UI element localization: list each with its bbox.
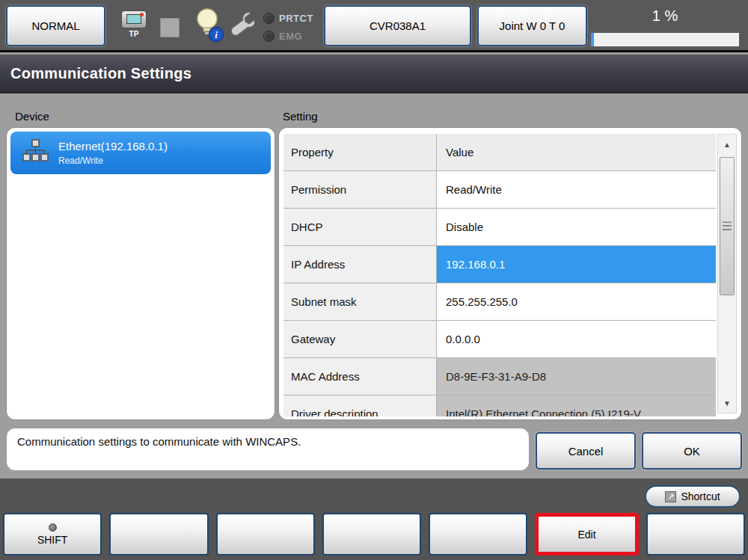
function-key-blank[interactable] [216, 513, 315, 556]
function-key-blank[interactable] [646, 513, 745, 556]
table-cell-property[interactable]: MAC Address [283, 358, 437, 395]
prtct-led-label: PRTCT [279, 13, 313, 24]
device-section-label: Device [15, 110, 49, 123]
device-list-item-ethernet[interactable]: Ethernet(192.168.0.1) Read/Write [10, 132, 271, 174]
table-body: Permission Read/Write DHCP Disable IP Ad… [283, 171, 716, 416]
table-cell-property[interactable]: IP Address [283, 246, 437, 283]
table-cell-value[interactable]: 0.0.0.0 [437, 321, 716, 357]
page-title: Communication Settings [0, 55, 748, 93]
shortcut-arrow-icon: ↗ [665, 491, 676, 502]
teach-pendant-status: TP [118, 10, 150, 38]
shift-led-icon [49, 523, 57, 532]
table-cell-value[interactable]: D8-9E-F3-31-A9-D8 [437, 358, 716, 395]
table-row[interactable]: Gateway 0.0.0.0 [283, 321, 716, 358]
setting-section-label: Setting [283, 110, 318, 123]
emg-led-label: EMG [279, 31, 302, 42]
robot-select-button[interactable]: CVR038A1 [324, 5, 471, 46]
table-cell-property[interactable]: Driver description [283, 396, 437, 416]
setting-table-scrollbar[interactable]: ▲ ▼ [717, 134, 737, 413]
cancel-button[interactable]: Cancel [536, 432, 636, 470]
table-row[interactable]: DHCP Disable [283, 209, 716, 246]
bottom-function-bar: ↗ Shortcut SHIFT Edit [0, 479, 748, 560]
setting-table-panel: Property Value Permission Read/Write DHC… [278, 127, 742, 420]
table-cell-value[interactable]: Read/Write [437, 171, 716, 208]
device-list-panel: Ethernet(192.168.0.1) Read/Write [6, 127, 275, 420]
setting-table: Property Value Permission Read/Write DHC… [283, 134, 716, 416]
shortcut-button[interactable]: ↗ Shortcut [645, 485, 741, 508]
svg-text:i: i [215, 29, 218, 40]
table-cell-value[interactable]: Disable [437, 209, 716, 245]
prtct-led-icon [263, 13, 275, 24]
function-key-blank[interactable] [322, 513, 421, 556]
coordinate-mode-button[interactable]: Joint W 0 T 0 [477, 5, 587, 46]
table-header-row: Property Value [283, 134, 716, 171]
device-name: Ethernet(192.168.0.1) [58, 140, 168, 153]
teach-pendant-icon [121, 10, 147, 28]
tp-label: TP [118, 30, 150, 38]
function-key-label: Edit [577, 529, 595, 541]
ok-button[interactable]: OK [642, 432, 742, 470]
table-cell-property[interactable]: Subnet mask [283, 283, 437, 320]
device-permission: Read/Write [58, 156, 168, 166]
table-row[interactable]: Permission Read/Write [283, 171, 716, 209]
motor-lamp-icon: i [196, 7, 224, 46]
table-row[interactable]: IP Address 192.168.0.1 [283, 246, 716, 283]
table-row[interactable]: Subnet mask 255.255.255.0 [283, 283, 716, 321]
function-key-row: SHIFT Edit [3, 513, 745, 556]
speed-percentage-label: 1 % [591, 7, 739, 25]
table-row[interactable]: MAC Address D8-9E-F3-31-A9-D8 [283, 358, 716, 396]
table-cell-value[interactable]: 255.255.255.0 [437, 283, 716, 320]
table-cell-property[interactable]: Gateway [283, 321, 437, 357]
function-key-blank[interactable] [429, 513, 527, 556]
scroll-down-icon[interactable]: ▼ [718, 395, 736, 411]
prtct-led-row: PRTCT [263, 9, 313, 27]
function-key-shift[interactable]: SHIFT [3, 513, 102, 556]
table-cell-property[interactable]: DHCP [283, 209, 437, 245]
function-key-label: SHIFT [37, 534, 67, 546]
speed-progress-fill [591, 33, 594, 46]
emg-led-icon [263, 31, 275, 42]
status-message-box: Communication settings to communicate wi… [6, 428, 530, 471]
wrench-icon [227, 7, 254, 46]
teach-pendant-screen: NORMAL TP i [0, 0, 748, 560]
function-key-blank[interactable] [109, 513, 208, 556]
table-header-property: Property [283, 134, 437, 170]
speed-progress-bar [591, 33, 739, 46]
table-header-value: Value [437, 134, 716, 170]
table-row[interactable]: Driver description Intel(R) Ethernet Con… [283, 396, 716, 416]
scrollbar-thumb[interactable] [720, 157, 735, 295]
emg-led-row: EMG [263, 27, 313, 45]
network-icon [21, 139, 49, 167]
table-cell-value[interactable]: 192.168.0.1 [437, 246, 716, 283]
mode-button[interactable]: NORMAL [6, 5, 105, 46]
scroll-up-icon[interactable]: ▲ [718, 136, 736, 153]
teach-pendant-led-icon [140, 13, 144, 16]
table-cell-property[interactable]: Permission [283, 171, 437, 208]
top-status-bar: NORMAL TP i [0, 0, 748, 52]
scrollbar-grip-icon [723, 221, 732, 231]
status-led-group: PRTCT EMG [263, 9, 313, 45]
status-square-indicator [160, 18, 180, 37]
shortcut-button-label: Shortcut [681, 490, 720, 502]
table-cell-value[interactable]: Intel(R) Ethernet Connection (5) I219-V [437, 396, 716, 416]
function-key-edit[interactable]: Edit [535, 513, 638, 556]
teach-pendant-screen-icon [126, 14, 141, 24]
